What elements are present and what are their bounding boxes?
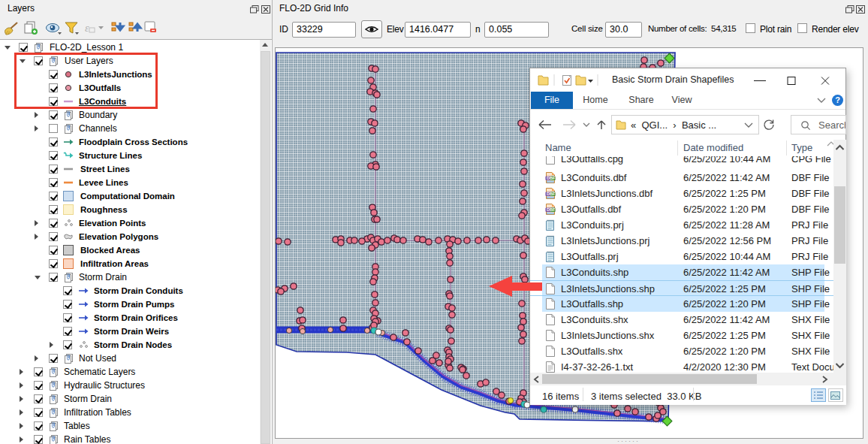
svg-text:ε: ε	[85, 23, 89, 34]
